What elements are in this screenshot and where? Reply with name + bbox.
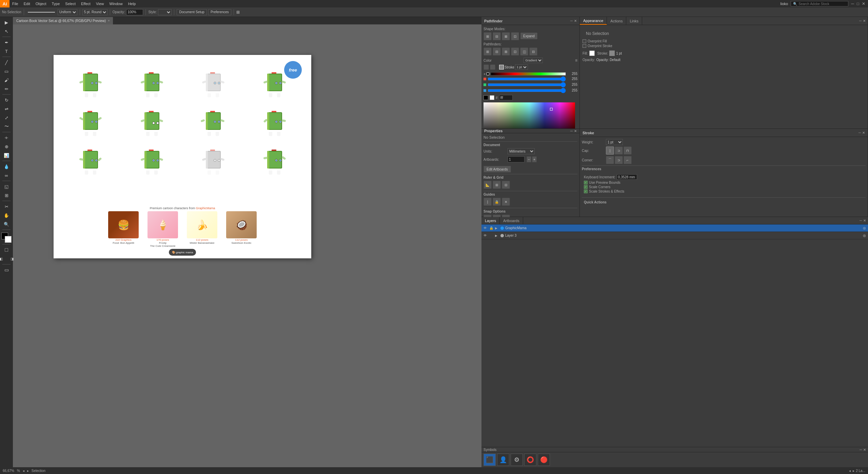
symbol-3[interactable]: ⚙ — [511, 454, 523, 466]
outline-icon[interactable]: ◫ — [520, 47, 528, 56]
color-spectrum[interactable] — [484, 102, 575, 129]
stroke-close-icon[interactable]: ✕ — [862, 131, 865, 135]
stroke-size-select[interactable]: 1 pt — [515, 64, 528, 70]
scale-tool[interactable]: ⤢ — [1, 114, 12, 122]
minus-front-icon[interactable]: ⊟ — [493, 32, 501, 40]
intersect-icon[interactable]: ⊠ — [502, 32, 510, 40]
next-artboard-icon[interactable]: ▸ — [852, 469, 855, 473]
trim-icon[interactable]: ⊟ — [493, 47, 501, 56]
shape-build-tool[interactable]: ⊕ — [1, 142, 12, 151]
overprint-fill-checkbox[interactable] — [583, 39, 586, 43]
change-screen-mode[interactable]: ▭ — [1, 266, 12, 274]
symbol-1[interactable]: ⬛ — [484, 454, 496, 466]
hex-swatch-white[interactable] — [490, 95, 494, 100]
layer-target-1[interactable]: ◎ — [862, 226, 867, 230]
divide-icon[interactable]: ⊞ — [484, 47, 492, 56]
layer-eye-2[interactable]: 👁 — [483, 234, 488, 237]
exclude-icon[interactable]: ⊡ — [511, 32, 519, 40]
hex-swatch-black[interactable] — [484, 95, 488, 100]
rect-tool[interactable]: ▭ — [1, 67, 12, 75]
eyedropper-tool[interactable]: 💧 — [1, 162, 12, 171]
pt-round-select[interactable]: 5 pt. Round — [82, 9, 107, 15]
menu-effect[interactable]: Effect — [78, 0, 93, 7]
stroke-swatch[interactable] — [609, 51, 615, 56]
layer-expand-arrow-2[interactable]: ▶ — [495, 234, 499, 237]
menu-edit[interactable]: Edit — [21, 0, 33, 7]
grid-type-icon[interactable]: ⊟ — [502, 181, 510, 189]
scissors-tool[interactable]: ✂ — [1, 202, 12, 211]
menu-select[interactable]: Select — [62, 0, 78, 7]
tab-layers[interactable]: Layers — [481, 217, 500, 224]
line-tool[interactable]: ╱ — [1, 58, 12, 66]
artboards-input[interactable] — [508, 156, 525, 162]
layer-lock-1[interactable]: 🔒 — [489, 226, 494, 230]
prop-close-icon[interactable]: ✕ — [574, 129, 577, 133]
document-setup-button[interactable]: Document Setup — [177, 9, 207, 15]
direct-selection-tool[interactable]: ↖ — [1, 27, 12, 35]
search-stock-input[interactable] — [798, 2, 846, 6]
expand-button[interactable]: Expand — [520, 32, 538, 40]
symbol-4[interactable]: ⭕ — [524, 454, 536, 466]
paintbrush-tool[interactable]: 🖌 — [1, 76, 12, 84]
fill-swatch[interactable] — [589, 51, 595, 56]
attr-close-icon[interactable]: ✕ — [863, 19, 866, 23]
units-select[interactable]: Millimeters — [508, 148, 535, 154]
promo-link[interactable]: GraphicMama — [196, 206, 215, 210]
maximize-icon[interactable]: □ — [857, 1, 859, 6]
warp-tool[interactable]: 〜 — [1, 122, 12, 131]
zoom-next-icon[interactable]: ▸ — [27, 469, 29, 473]
arrange-icon[interactable]: ⊞ — [236, 10, 240, 15]
text-tool[interactable]: T — [1, 47, 12, 55]
style-select[interactable] — [158, 9, 172, 15]
layer-row-graphicmama[interactable]: 👁 🔒 ▶ GraphicMama ◎ — [481, 224, 868, 232]
butt-cap-icon[interactable]: | — [606, 146, 614, 155]
opacity-input[interactable] — [126, 9, 143, 15]
uniform-select[interactable]: Uniform — [58, 9, 77, 15]
hand-tool[interactable]: ✋ — [1, 211, 12, 219]
draw-behind[interactable]: ◧ — [0, 255, 6, 263]
color-options-icon[interactable]: ≡ — [575, 58, 577, 63]
overprint-stroke-checkbox[interactable] — [583, 44, 586, 48]
square-cap-icon[interactable]: ⊓ — [624, 146, 632, 155]
stroke-weight-select[interactable]: 1 pt — [606, 139, 623, 145]
keyboard-increment-input[interactable] — [617, 174, 637, 180]
pathfinder-collapse-icon[interactable]: ─ — [570, 19, 573, 23]
guide-clear-icon[interactable]: ✕ — [502, 198, 510, 206]
scale-corners-checkbox[interactable]: ✓ — [584, 185, 588, 189]
symbol-2[interactable]: 👤 — [497, 454, 509, 466]
width-tool[interactable]: ⟛ — [1, 134, 12, 142]
layer-expand-arrow-1[interactable]: ▶ — [495, 226, 499, 230]
stroke-collapse-icon[interactable]: ─ — [859, 131, 861, 135]
gradient-stop-left[interactable] — [487, 73, 489, 75]
unite-icon[interactable]: ⊞ — [484, 32, 492, 40]
edit-artboards-button[interactable]: Edit Artboards — [484, 166, 511, 173]
bevel-join-icon[interactable]: ⌐ — [624, 156, 632, 164]
menu-type[interactable]: Type — [49, 0, 63, 7]
minimize-icon[interactable]: ─ — [851, 1, 854, 6]
tab-actions[interactable]: Actions — [607, 17, 626, 25]
pathfinder-close-icon[interactable]: ✕ — [574, 19, 577, 23]
menu-object[interactable]: Object — [33, 0, 49, 7]
layer-eye-1[interactable]: 👁 — [483, 226, 488, 230]
guide-show-icon[interactable]: | — [484, 198, 492, 206]
draw-inside[interactable]: ◨ — [7, 255, 17, 263]
tab-appearance[interactable]: Appearance — [580, 17, 607, 25]
artboards-plus[interactable]: + — [532, 156, 537, 162]
menu-window[interactable]: Window — [107, 0, 125, 7]
background-color[interactable] — [5, 236, 12, 243]
pencil-tool[interactable]: ✏ — [1, 85, 12, 93]
guide-lock-icon[interactable]: 🔒 — [493, 198, 501, 206]
gradient-mode-1[interactable] — [484, 64, 489, 70]
attr-collapse-icon[interactable]: ─ — [859, 19, 862, 23]
symbols-close-icon[interactable]: ✕ — [863, 448, 866, 452]
menu-file[interactable]: File — [9, 0, 21, 7]
grid-icon[interactable]: ⊞ — [493, 181, 501, 189]
symbol-5[interactable]: 🔴 — [538, 454, 550, 466]
menu-help[interactable]: Help — [125, 0, 139, 7]
minus-back-icon[interactable]: ⊟ — [529, 47, 537, 56]
chart-tool[interactable]: 📊 — [1, 151, 12, 159]
round-join-icon[interactable]: ⊃ — [615, 156, 623, 164]
menu-view[interactable]: View — [93, 0, 107, 7]
preferences-button[interactable]: Preferences — [208, 9, 231, 15]
r-slider[interactable] — [488, 78, 566, 80]
